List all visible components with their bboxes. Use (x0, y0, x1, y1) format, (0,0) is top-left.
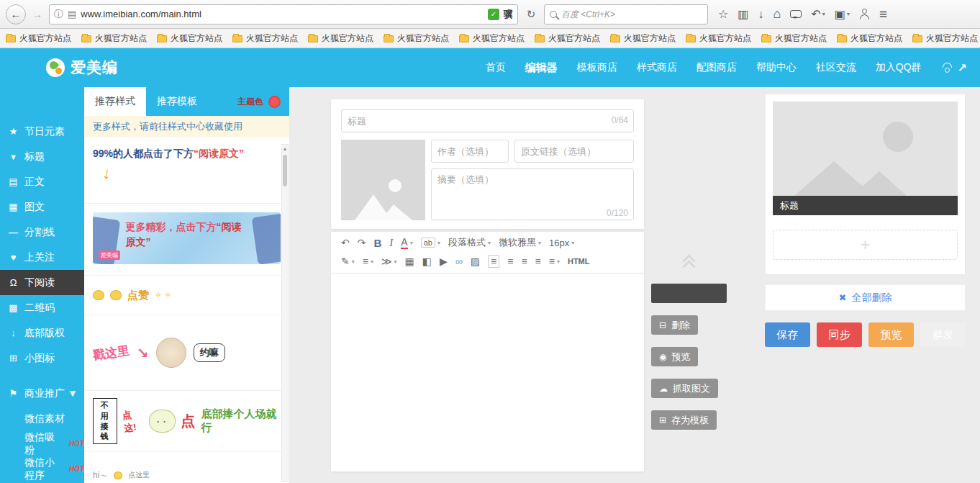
sidebar-item[interactable]: 正文 (0, 169, 84, 194)
bookmark-star-icon[interactable]: ☆ (718, 7, 728, 21)
bookmark-item[interactable]: 火狐官方站点 (6, 32, 71, 45)
sidebar-item[interactable]: 图文 (0, 194, 84, 220)
cover-image-placeholder[interactable] (341, 140, 425, 220)
downloads-icon[interactable]: ↓ (758, 8, 763, 21)
panel-action-button[interactable]: 保存 (765, 322, 810, 347)
bold-button[interactable]: B (373, 237, 381, 249)
link-button[interactable]: ∞ (455, 256, 463, 267)
align-left-button[interactable]: ≡ (488, 255, 499, 268)
fullscreen-icon[interactable]: ↗ (958, 61, 967, 75)
delete-all-button[interactable]: ✖ 全部删除 (765, 284, 966, 311)
author-input[interactable] (431, 140, 509, 163)
bookmarks-panel-icon[interactable]: ▥ (738, 7, 748, 21)
tab-recommended-styles[interactable]: 推荐样式 (84, 87, 146, 116)
style-list-scrollbar[interactable]: ▲ (281, 144, 289, 482)
sidebar-item[interactable]: 分割线 (0, 220, 84, 245)
app-logo[interactable]: 爱美编 (46, 58, 118, 78)
security-shield-icon[interactable]: ✓ (488, 9, 499, 20)
sidebar-item[interactable]: 二维码 (0, 295, 84, 320)
url-input[interactable] (81, 9, 484, 19)
bookmark-item[interactable]: 火狐官方站点 (912, 32, 978, 45)
justify-button[interactable]: ≡ (535, 256, 541, 267)
site-info-icon[interactable]: ⓘ (54, 8, 63, 21)
nav-item[interactable]: 模板商店 (577, 61, 617, 74)
bookmark-item[interactable]: 火狐官方站点 (81, 32, 147, 45)
video-button[interactable]: ▶ (440, 256, 448, 267)
collapsed-action-bar[interactable] (651, 284, 727, 303)
style-item-like-cartoon[interactable]: 点赞 ✧ ✧ (84, 276, 289, 315)
nav-item[interactable]: 社区交流 (816, 61, 856, 74)
history-button[interactable]: ↶▾ (811, 7, 825, 21)
nav-item[interactable]: 首页 (486, 61, 506, 74)
sidebar-item[interactable]: 商业推广 ▼ (0, 381, 84, 406)
panel-action-button[interactable]: 同步 (817, 322, 862, 347)
sidebar-item[interactable]: 底部版权 (0, 320, 84, 346)
float-action-button[interactable]: 预览 (651, 347, 698, 366)
tab-recommended-templates[interactable]: 推荐模板 (146, 87, 208, 116)
style-item-support-bottom[interactable]: 不用揍钱 点这! • • 点 底部捧个人场就行 (84, 391, 289, 452)
tab-groups-button[interactable]: ▣▾ (835, 7, 850, 21)
scrollbar-up-icon[interactable]: ▲ (282, 145, 288, 153)
bookmark-item[interactable]: 火狐官方站点 (610, 32, 676, 45)
nav-item[interactable]: 样式商店 (637, 61, 677, 74)
nav-item[interactable]: 加入QQ群 (876, 61, 922, 74)
address-bar[interactable]: ⓘ ▤ ✓ 骥 (49, 4, 518, 24)
source-link-input[interactable] (514, 140, 634, 163)
italic-button[interactable]: I (389, 237, 393, 249)
panel-action-button[interactable]: 预览 (868, 322, 914, 347)
reload-button[interactable]: ↻ (522, 8, 540, 21)
float-action-button[interactable]: 存为模板 (651, 410, 717, 430)
nav-item[interactable]: 帮助中心 (756, 61, 797, 74)
sidebar-item[interactable]: 微信吸粉 HOT (0, 431, 84, 456)
sidebar-item[interactable]: 标题 (0, 144, 84, 169)
account-button[interactable] (859, 9, 870, 19)
panel-action-button[interactable]: 群发 (920, 322, 966, 347)
align-center-button[interactable]: ≡ (507, 256, 513, 267)
nav-item[interactable]: 编辑器 (525, 61, 558, 75)
float-action-button[interactable]: 删除 (651, 315, 698, 335)
table-button[interactable]: ▦ (405, 256, 414, 267)
insert-image-button[interactable]: ▨ (471, 256, 480, 267)
style-item-read-more-1[interactable]: 99%的人都点击了下方“阅读原文” ↓ (84, 137, 289, 204)
undo-icon[interactable]: ↶ (341, 237, 350, 248)
home-icon[interactable]: ⌂ (773, 6, 781, 22)
bookmark-item[interactable]: 火狐官方站点 (459, 32, 525, 45)
font-family-dropdown[interactable]: 微软雅黑▾ (499, 236, 541, 249)
bookmark-item[interactable]: 火狐官方站点 (308, 32, 373, 45)
summary-textarea[interactable] (431, 168, 634, 220)
bookmark-item[interactable]: 火狐官方站点 (157, 32, 222, 45)
sidebar-item[interactable]: 小图标 (0, 346, 84, 371)
sidebar-item[interactable]: 节日元素 (0, 119, 84, 144)
menu-button[interactable]: ≡ (879, 6, 887, 22)
sidebar-item[interactable]: 微信小程序 HOT (0, 456, 84, 482)
align-right-button[interactable]: ≡ (521, 256, 527, 267)
font-color-button[interactable]: A▾ (401, 237, 412, 249)
article-card[interactable]: 标题 (773, 101, 958, 215)
float-action-button[interactable]: 抓取图文 (651, 379, 718, 398)
highlight-button[interactable]: ab▾ (421, 238, 440, 248)
feedback-icon[interactable] (790, 10, 802, 18)
bookmark-item[interactable]: 火狐官方站点 (686, 32, 751, 45)
back-button[interactable]: ← (6, 4, 26, 24)
bookmark-item[interactable]: 火狐官方站点 (837, 32, 902, 45)
search-box[interactable] (544, 4, 708, 24)
nav-item[interactable]: 配图商店 (697, 61, 737, 74)
bookmark-item[interactable]: 火狐官方站点 (761, 32, 827, 45)
html-source-button[interactable]: HTML (568, 257, 590, 266)
redo-icon[interactable]: ↷ (358, 237, 366, 248)
clear-format-button[interactable]: ◧ (422, 256, 432, 267)
sidebar-item[interactable]: 上关注 (0, 245, 84, 270)
format-painter-button[interactable]: ✎▾ (341, 256, 355, 267)
paragraph-format-dropdown[interactable]: 段落格式▾ (448, 236, 491, 249)
extension-icon[interactable]: 骥 (504, 8, 513, 21)
list-button[interactable]: ≡▾ (363, 256, 373, 267)
bookmark-item[interactable]: 火狐官方站点 (535, 32, 600, 45)
search-input[interactable] (561, 9, 702, 19)
theme-color-swatch[interactable] (268, 96, 281, 108)
style-item-hi[interactable]: hi～ 点这里 (84, 452, 289, 483)
indent-button[interactable]: ≫▾ (381, 256, 397, 267)
style-item-read-more-banner[interactable]: 更多精彩，点击下方“阅读原文” 爱美编 (84, 204, 289, 276)
line-height-button[interactable]: ≡▾ (549, 256, 560, 267)
forward-button[interactable]: → (30, 9, 45, 20)
add-article-button[interactable]: + (773, 230, 958, 260)
